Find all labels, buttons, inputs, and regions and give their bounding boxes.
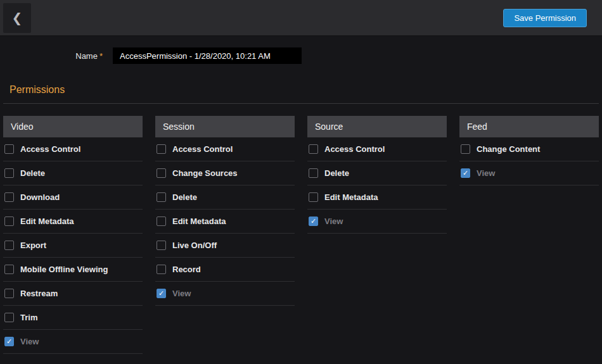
name-input[interactable] [113, 47, 302, 64]
permission-row-change-content: Change Content [459, 137, 599, 161]
permission-label: View [20, 337, 39, 346]
permission-label: Mobile Offline Viewing [20, 265, 108, 274]
checkbox-change-sources[interactable] [157, 168, 166, 178]
column-header-source: Source [307, 116, 447, 137]
permissions-heading: Permissions [10, 84, 602, 96]
name-field-label: Name* [63, 51, 103, 61]
checkbox-live-on-off[interactable] [157, 241, 166, 250]
permission-row-export: Export [3, 234, 143, 258]
permission-row-change-sources: Change Sources [155, 161, 295, 185]
permission-label: Export [20, 241, 46, 250]
permission-label: Edit Metadata [324, 192, 378, 202]
column-title: Session [163, 122, 195, 132]
permission-row-view: ✓View [3, 330, 143, 354]
checkbox-delete[interactable] [4, 168, 14, 178]
column-session: Session Access ControlChange SourcesDele… [155, 116, 295, 354]
checkbox-edit-metadata[interactable] [4, 217, 14, 226]
permission-label: View [172, 289, 191, 298]
permission-row-live-on-off: Live On/Off [155, 234, 295, 258]
permission-label: Access Control [324, 144, 385, 154]
permission-row-download: Download [3, 185, 143, 210]
permissions-grid: Video Access ControlDeleteDownloadEdit M… [0, 116, 602, 354]
column-header-session: Session [155, 116, 295, 137]
checkbox-edit-metadata[interactable] [157, 217, 166, 226]
chevron-left-icon: ❮ [12, 11, 23, 24]
checkbox-checked-view[interactable]: ✓ [309, 217, 318, 226]
checkbox-restream[interactable] [4, 289, 14, 298]
checkbox-access-control[interactable] [4, 144, 14, 154]
permission-label: Edit Metadata [20, 217, 74, 226]
column-body: Access ControlChange SourcesDeleteEdit M… [155, 137, 295, 306]
column-header-video: Video [3, 116, 143, 137]
permission-label: Trim [20, 313, 37, 322]
permission-label: Delete [324, 168, 349, 178]
checkbox-download[interactable] [4, 192, 14, 202]
column-source: Source Access ControlDeleteEdit Metadata… [307, 116, 447, 354]
permission-label: Delete [20, 168, 45, 178]
checkbox-mobile-offline-viewing[interactable] [4, 265, 14, 274]
checkbox-export[interactable] [4, 241, 14, 250]
permission-row-delete: Delete [3, 161, 143, 185]
top-bar: ❮ Save Permission [0, 0, 602, 36]
permission-label: View [324, 217, 343, 226]
column-body: Access ControlDeleteEdit Metadata✓View [307, 137, 447, 234]
checkbox-change-content[interactable] [461, 144, 470, 154]
permission-label: Record [172, 265, 201, 274]
permission-row-delete: Delete [155, 185, 295, 210]
checkbox-checked-view[interactable]: ✓ [4, 337, 14, 346]
permission-label: Restream [20, 289, 58, 298]
permission-row-view: ✓View [307, 210, 447, 234]
column-title: Video [11, 122, 34, 132]
permission-row-trim: Trim [3, 306, 143, 330]
section-divider [3, 103, 599, 104]
permission-label: Live On/Off [172, 241, 217, 250]
column-header-feed: Feed [459, 116, 599, 137]
permission-label: View [477, 168, 495, 178]
permission-label: Edit Metadata [172, 217, 226, 226]
column-video: Video Access ControlDeleteDownloadEdit M… [3, 116, 143, 354]
permission-row-view: ✓View [459, 161, 599, 185]
permission-row-access-control: Access Control [155, 137, 295, 161]
permission-row-mobile-offline-viewing: Mobile Offline Viewing [3, 258, 143, 282]
permission-row-view: ✓View [155, 282, 295, 306]
checkbox-delete[interactable] [309, 168, 318, 178]
save-permission-button[interactable]: Save Permission [503, 9, 587, 27]
checkbox-trim[interactable] [4, 313, 14, 322]
permission-row-restream: Restream [3, 282, 143, 306]
permission-row-delete: Delete [307, 161, 447, 185]
permission-row-edit-metadata: Edit Metadata [155, 210, 295, 234]
permission-label: Access Control [20, 144, 80, 154]
checkbox-access-control[interactable] [157, 144, 166, 154]
checkbox-access-control[interactable] [309, 144, 318, 154]
permission-label: Change Sources [172, 168, 238, 178]
column-body: Access ControlDeleteDownloadEdit Metadat… [3, 137, 143, 354]
column-title: Source [315, 122, 343, 132]
column-title: Feed [467, 122, 487, 132]
permission-label: Download [20, 192, 60, 202]
permission-row-edit-metadata: Edit Metadata [3, 210, 143, 234]
permission-label: Access Control [172, 144, 233, 154]
permission-label: Change Content [477, 144, 540, 154]
permission-row-record: Record [155, 258, 295, 282]
required-asterisk: * [99, 51, 103, 61]
back-button[interactable]: ❮ [3, 3, 31, 33]
name-label-text: Name [75, 51, 98, 61]
permission-label: Delete [172, 192, 197, 202]
column-body: Change Content✓View [459, 137, 599, 185]
checkbox-edit-metadata[interactable] [309, 192, 318, 202]
checkbox-checked-view[interactable]: ✓ [461, 168, 470, 178]
permission-row-access-control: Access Control [307, 137, 447, 161]
checkbox-checked-view[interactable]: ✓ [157, 289, 166, 298]
permissions-section: Permissions Video Access ControlDeleteDo… [0, 84, 602, 354]
permission-row-edit-metadata: Edit Metadata [307, 185, 447, 210]
checkbox-delete[interactable] [157, 192, 166, 202]
permission-row-access-control: Access Control [3, 137, 143, 161]
checkbox-record[interactable] [157, 265, 166, 274]
name-field-row: Name* [0, 47, 602, 64]
column-feed: Feed Change Content✓View [459, 116, 599, 354]
